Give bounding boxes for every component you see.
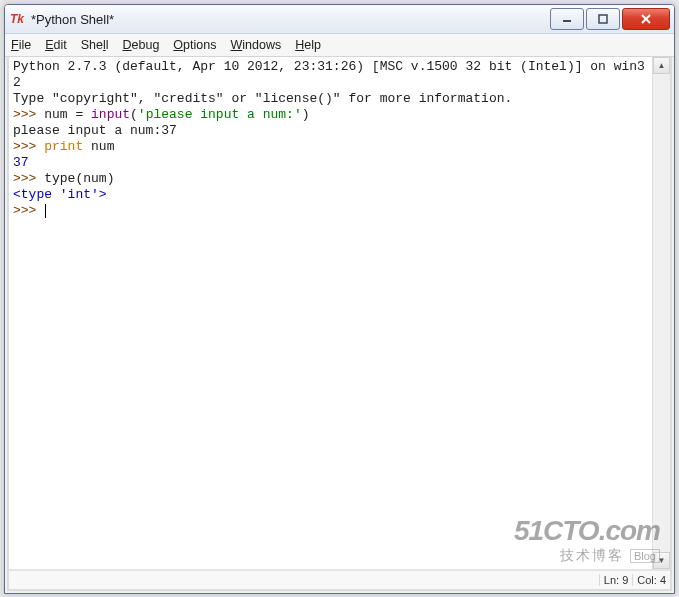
menu-debug[interactable]: Debug (123, 38, 160, 52)
minimize-button[interactable] (550, 8, 584, 30)
scroll-up-button[interactable]: ▲ (653, 57, 670, 74)
code-text: ) (302, 107, 310, 122)
statusbar: Ln: 9 Col: 4 (9, 569, 670, 589)
io-output: please input a num: (13, 123, 161, 138)
menu-windows[interactable]: Windows (230, 38, 281, 52)
shell-text-area[interactable]: Python 2.7.3 (default, Apr 10 2012, 23:3… (9, 57, 652, 569)
close-button[interactable] (622, 8, 670, 30)
menu-edit[interactable]: Edit (45, 38, 67, 52)
maximize-button[interactable] (586, 8, 620, 30)
status-line: Ln: 9 (599, 574, 632, 586)
code-text: num = (44, 107, 91, 122)
output-line: <type 'int'> (13, 187, 107, 202)
prompt: >>> (13, 139, 44, 154)
code-text: ( (130, 107, 138, 122)
menu-help[interactable]: Help (295, 38, 321, 52)
code-text: type(num) (44, 171, 114, 186)
banner-line: Type "copyright", "credits" or "license(… (13, 91, 512, 106)
scroll-down-button[interactable]: ▼ (653, 552, 670, 569)
prompt: >>> (13, 171, 44, 186)
content-area: Python 2.7.3 (default, Apr 10 2012, 23:3… (7, 57, 672, 591)
tk-icon: Tk (9, 11, 25, 27)
menu-shell[interactable]: Shell (81, 38, 109, 52)
menu-options[interactable]: Options (173, 38, 216, 52)
banner-line: Python 2.7.3 (default, Apr 10 2012, 23:3… (13, 59, 645, 90)
output-line: 37 (13, 155, 29, 170)
text-caret (45, 204, 46, 218)
io-input: 37 (161, 123, 177, 138)
prompt: >>> (13, 203, 44, 218)
window-title: *Python Shell* (31, 12, 114, 27)
code-text: num (83, 139, 114, 154)
titlebar[interactable]: Tk *Python Shell* (5, 5, 674, 34)
code-keyword: print (44, 139, 83, 154)
python-shell-window: Tk *Python Shell* File Edit Shell Debug … (4, 4, 675, 594)
menubar: File Edit Shell Debug Options Windows He… (5, 34, 674, 57)
prompt: >>> (13, 107, 44, 122)
status-column: Col: 4 (632, 574, 670, 586)
code-string: 'please input a num:' (138, 107, 302, 122)
menu-file[interactable]: File (11, 38, 31, 52)
svg-rect-1 (599, 15, 607, 23)
code-builtin: input (91, 107, 130, 122)
vertical-scrollbar[interactable]: ▲ ▼ (652, 57, 670, 569)
